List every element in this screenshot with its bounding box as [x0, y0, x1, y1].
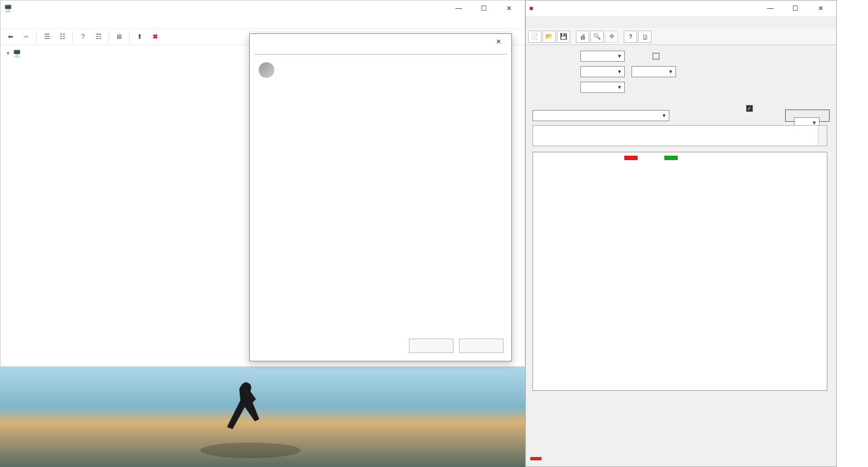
desktop-wallpaper: [0, 367, 525, 467]
force-write-checkbox[interactable]: [653, 53, 662, 59]
atto-window: ■ — ☐ ✕ 📄 📂 💾 🖨 🔍 ✥ ? ⍰ ▼ ▼ ▼ ▼: [525, 0, 837, 467]
print-icon[interactable]: 🖨: [576, 31, 589, 43]
transfer-from-select[interactable]: ▼: [580, 66, 625, 77]
atto-maximize-button[interactable]: ☐: [783, 1, 808, 16]
help-icon[interactable]: ?: [76, 30, 90, 43]
atto-body: ▼ ▼ ▼ ▼ ✓ ▼ ▼: [526, 45, 836, 396]
view-icon[interactable]: ☶: [92, 30, 105, 43]
computer-icon: 🖥️: [12, 49, 22, 58]
cancel-button[interactable]: [459, 339, 504, 353]
maximize-button[interactable]: ☐: [471, 1, 496, 16]
minimize-button[interactable]: —: [446, 1, 471, 16]
total-length-select[interactable]: ▼: [580, 82, 625, 93]
svg-point-0: [200, 443, 300, 458]
uninstall-icon[interactable]: ✖: [149, 30, 162, 43]
atto-toolbar: 📄 📂 💾 🖨 🔍 ✥ ? ⍰: [526, 28, 836, 45]
dialog-body: [250, 54, 511, 97]
help-icon[interactable]: ?: [624, 31, 637, 43]
atto-menubar: [526, 16, 836, 28]
legend-write-swatch: [624, 156, 638, 160]
dialog-buttons: [409, 339, 504, 353]
ok-button[interactable]: [409, 339, 453, 353]
description-box: [532, 125, 827, 146]
new-icon[interactable]: 📄: [528, 31, 541, 43]
atto-titlebar: ■ — ☐ ✕: [526, 1, 836, 16]
close-button[interactable]: ✕: [496, 1, 521, 16]
devmgr-titlebar: 🖥️ — ☐ ✕: [1, 1, 525, 16]
atto-brand-bar: [526, 451, 836, 466]
dialog-close-button[interactable]: ✕: [490, 34, 507, 49]
preview-icon[interactable]: 🔍: [590, 31, 604, 43]
controlled-by-select[interactable]: ▼: [532, 110, 669, 121]
atto-close-button[interactable]: ✕: [808, 1, 833, 16]
benchmark-chart: [539, 168, 822, 387]
context-help-icon[interactable]: ⍰: [638, 31, 652, 43]
dialog-tabs: [250, 49, 511, 54]
direct-io-checkbox[interactable]: ✓: [746, 105, 830, 112]
update-driver-icon[interactable]: ⬆: [133, 30, 146, 43]
scan-hardware-icon[interactable]: 🖥: [112, 30, 126, 43]
devmgr-menubar: [1, 16, 525, 28]
show-hidden-icon[interactable]: ☰: [40, 30, 53, 43]
transfer-to-select[interactable]: ▼: [632, 66, 676, 77]
atto-app-icon: ■: [529, 4, 533, 12]
forward-icon[interactable]: ➡: [19, 30, 33, 43]
chart-legend: [611, 156, 678, 160]
device-icon: [259, 62, 277, 80]
back-icon[interactable]: ⬅: [4, 30, 17, 43]
scrollbar[interactable]: [818, 126, 827, 146]
atto-minimize-button[interactable]: —: [758, 1, 783, 16]
test-results-frame: [532, 152, 827, 391]
legend-read-swatch: [664, 156, 678, 160]
properties-icon[interactable]: ☷: [56, 30, 69, 43]
system-icon: 🖥️: [4, 4, 12, 12]
drive-select[interactable]: ▼: [580, 51, 625, 62]
open-icon[interactable]: 📂: [542, 31, 556, 43]
save-icon[interactable]: 💾: [557, 31, 570, 43]
driver-properties-dialog: ✕: [249, 33, 512, 361]
dialog-titlebar: ✕: [250, 34, 511, 49]
atto-logo: [530, 457, 541, 460]
move-icon[interactable]: ✥: [605, 31, 618, 43]
